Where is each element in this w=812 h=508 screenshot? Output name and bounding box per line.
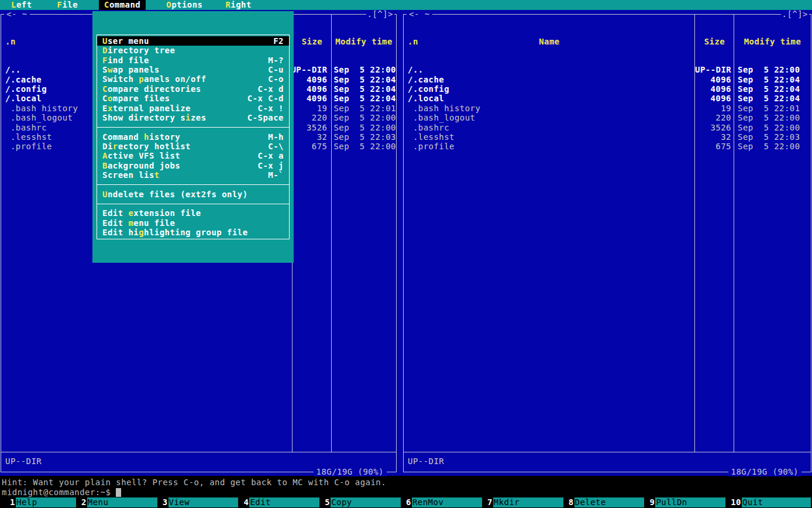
menu-item-edit-menu-file[interactable]: Edit menu file [97, 218, 289, 228]
panel-path[interactable]: <- ~ [407, 10, 432, 19]
menu-item-command-history[interactable]: Command historyM-h [97, 132, 289, 142]
menu-item-shortcut: C-o [268, 74, 284, 84]
fkey-1-help[interactable]: 1 Help [0, 497, 81, 508]
file-mtime: Sep 5 22:04 [330, 84, 396, 94]
panel-body: .nName Size Modify time /.. UP--DIR Sep … [404, 18, 811, 170]
fkey-number: 8 [569, 497, 574, 508]
column-separator [734, 15, 734, 452]
fkey-2-menu[interactable]: 2 Menu [81, 497, 163, 508]
menu-item-compare-directories[interactable]: Compare directoriesC-x d [97, 84, 289, 94]
menu-item-show-directory-sizes[interactable]: Show directory sizesC-Space [97, 113, 289, 122]
fkey-3-view[interactable]: 3 View [163, 497, 244, 508]
menu-item-directory-tree[interactable]: Directory tree [97, 46, 289, 55]
file-size: 19 [695, 104, 734, 113]
menubar-item-options[interactable]: Options [161, 0, 208, 10]
mc-screen: LeftFileCommandOptionsRight <- ~ .[^]> .… [0, 0, 812, 508]
history-back-icon[interactable]: <- [409, 9, 419, 19]
file-mtime: Sep 5 22:04 [330, 75, 396, 84]
menu-item-active-vfs-list[interactable]: Active VFS listC-x a [97, 151, 289, 160]
fkey-label: Copy [331, 497, 401, 507]
fkey-8-delete[interactable]: 8 Delete [569, 497, 650, 508]
column-header-mtime[interactable]: Modify time [332, 37, 396, 46]
menu-item-shortcut: C-x C-d [247, 94, 284, 103]
fkey-label: Edit [249, 497, 319, 507]
menu-item-user-menu[interactable]: User menuF2 [97, 36, 289, 46]
fkey-label: Menu [87, 497, 157, 507]
panel-path[interactable]: <- ~ [4, 10, 30, 19]
file-row[interactable]: .profile 675 Sep 5 22:00 [404, 142, 811, 151]
file-size: 4096 [695, 94, 734, 103]
menu-item-shortcut: C-x a [258, 151, 284, 160]
menu-item-shortcut: C-Space [247, 113, 284, 122]
command-line[interactable]: midnight@commander:~$ [2, 488, 121, 497]
panel-controls[interactable]: .[^]> [366, 10, 394, 19]
menu-item-shortcut: C-x j [258, 161, 284, 170]
fkey-label: Quit [742, 497, 811, 507]
fkey-9-pulldn[interactable]: 9 PullDn [649, 497, 731, 508]
file-row[interactable]: /.config 4096 Sep 5 22:04 [404, 84, 811, 94]
file-row[interactable]: .lesshst 32 Sep 5 22:03 [404, 132, 811, 142]
ministatus-divider [1, 452, 396, 452]
menubar-item-right[interactable]: Right [220, 0, 256, 10]
menu-item-swap-panels[interactable]: Swap panelsC-u [97, 65, 289, 74]
file-size: 32 [291, 132, 331, 142]
menubar-item-command[interactable]: Command [99, 0, 146, 10]
file-row[interactable]: .bash_logout 220 Sep 5 22:00 [404, 113, 811, 122]
file-row[interactable]: /.local 4096 Sep 5 22:04 [404, 94, 811, 103]
column-header-mtime[interactable]: Modify time [734, 37, 811, 46]
menu-item-shortcut: C-x ! [258, 104, 284, 113]
file-name: .profile [404, 142, 695, 151]
menubar-item-file[interactable]: File [52, 0, 84, 10]
file-row[interactable]: .bash_history 19 Sep 5 22:01 [404, 104, 811, 113]
menu-item-compare-files[interactable]: Compare filesC-x C-d [97, 94, 289, 103]
file-size: 4096 [291, 75, 331, 84]
history-back-icon[interactable]: <- [6, 9, 17, 19]
column-header-size[interactable]: Size [293, 37, 332, 46]
fkey-number: 7 [487, 497, 493, 508]
menubar-item-left[interactable]: Left [6, 0, 37, 10]
fkey-number: 2 [81, 497, 87, 508]
fkey-7-mkdir[interactable]: 7 Mkdir [487, 497, 569, 508]
menu-item-background-jobs[interactable]: Background jobsC-x j [97, 161, 289, 170]
menu-item-screen-list[interactable]: Screen listM-` [97, 170, 289, 180]
panel-controls[interactable]: .[^]> [781, 10, 809, 19]
menu-item-edit-highlighting-group-file[interactable]: Edit highlighting group file [97, 228, 289, 237]
file-mtime: Sep 5 22:00 [330, 65, 396, 74]
file-row[interactable]: /.. UP--DIR Sep 5 22:00 [404, 65, 811, 74]
menu-item-directory-hotlist[interactable]: Directory hotlistC-\ [97, 142, 289, 151]
menu-item-external-panelize[interactable]: External panelizeC-x ! [97, 104, 289, 113]
menu-item-edit-extension-file[interactable]: Edit extension file [97, 208, 289, 218]
menu-item-shortcut: M-h [268, 132, 284, 142]
file-row[interactable]: /.cache 4096 Sep 5 22:04 [404, 75, 811, 84]
file-name: /.config [404, 84, 695, 94]
text-cursor [116, 488, 121, 497]
fkey-6-renmov[interactable]: 6 RenMov [406, 497, 487, 508]
fkey-label: Help [16, 497, 76, 507]
file-size: 3526 [695, 123, 734, 132]
menu-item-find-file[interactable]: Find fileM-? [97, 56, 289, 65]
fkey-4-edit[interactable]: 4 Edit [243, 497, 325, 508]
file-name: .lesshst [404, 132, 695, 142]
fkey-number: 10 [731, 497, 742, 508]
column-header-size[interactable]: Size [695, 37, 734, 46]
fkey-label: Mkdir [493, 497, 563, 507]
file-mtime: Sep 5 22:00 [734, 65, 811, 74]
fkey-number: 4 [243, 497, 249, 508]
fkey-5-copy[interactable]: 5 Copy [325, 497, 406, 508]
command-dropdown-items: User menuF2Directory treeFind fileM-?Swa… [97, 35, 290, 239]
free-space-indicator: 18G/19G (90%) [314, 468, 387, 476]
file-size: 4096 [291, 94, 331, 103]
menu-item-undelete-files-ext2fs-only[interactable]: Undelete files (ext2fs only) [97, 190, 289, 199]
fkey-label: RenMov [412, 497, 482, 507]
fkey-number: 5 [325, 497, 331, 508]
fkey-label: PullDn [655, 497, 725, 507]
menu-bar: LeftFileCommandOptionsRight [0, 0, 812, 10]
fkey-10-quit[interactable]: 10 Quit [731, 497, 812, 508]
menu-item-shortcut: C-x d [258, 84, 284, 94]
fkey-label: View [168, 497, 239, 507]
fkey-number: 9 [649, 497, 655, 508]
menu-item-switch-panels-on-off[interactable]: Switch panels on/offC-o [97, 74, 289, 84]
column-header-name[interactable]: .nName [404, 37, 695, 46]
file-mtime: Sep 5 22:00 [330, 123, 396, 132]
file-row[interactable]: .bashrc 3526 Sep 5 22:00 [404, 123, 811, 132]
